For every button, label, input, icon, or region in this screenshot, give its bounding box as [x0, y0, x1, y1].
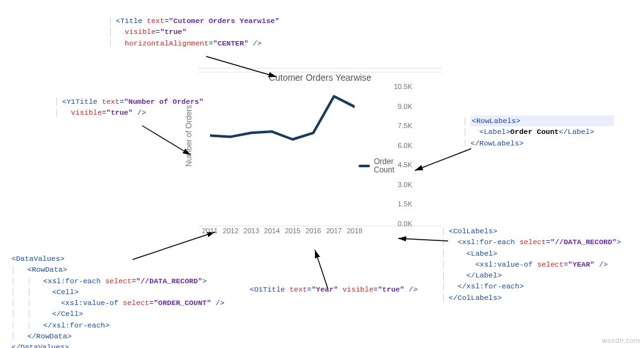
chart-top-rule [198, 68, 442, 69]
watermark: wsxdn.com [602, 336, 640, 344]
chart-y-tick: 3.0K [387, 181, 412, 188]
chart-x-tick: 2011 [199, 227, 221, 235]
annotation-o1title-code: <O1Title text="Year" visible="true" /> [250, 284, 417, 295]
chart-x-tick: 2016 [302, 227, 324, 235]
chart-x-tick: 2012 [220, 227, 241, 235]
chart-y-tick: 6.0K [387, 142, 412, 149]
chart-x-tick: 2014 [261, 227, 283, 235]
chart-x-tick: 2018 [344, 227, 366, 235]
chart-y-tick: 9.0K [387, 103, 412, 110]
chart-y-tick: 7.5K [387, 122, 412, 129]
legend-mark-icon [358, 165, 370, 167]
annotation-collabels-code: <ColLabels> <xsl:for-each select="//DATA… [442, 226, 621, 303]
annotation-y1title-code: <Y1Title text="Number of Orders" visible… [55, 96, 204, 119]
chart-y-tick: 0.0K [387, 220, 412, 228]
annotation-title-code: <Title text="Cutomer Orders Yearwise" vi… [109, 15, 279, 49]
svg-line-3 [398, 238, 448, 241]
chart-x-tick: 2017 [323, 227, 345, 235]
chart-y-tick: 10.5K [387, 83, 412, 90]
svg-line-1 [142, 126, 191, 155]
chart-y-tick: 4.5K [387, 161, 412, 169]
chart-x-tick: 2015 [282, 227, 303, 235]
chart-y-axis-label: Number of Orders [184, 105, 193, 167]
chart-x-tick: 2013 [241, 227, 262, 235]
svg-line-4 [315, 250, 328, 288]
annotation-rowlabels-code: <RowLabels> <Label>Order Count</Label> <… [463, 115, 614, 149]
annotation-datavalues-code: <DataValues> <RowData> <xsl:for-each sel… [12, 253, 225, 348]
chart-y-tick: 1.5K [387, 200, 412, 208]
chart-title: Cutomer Orders Yearwise [198, 72, 442, 83]
